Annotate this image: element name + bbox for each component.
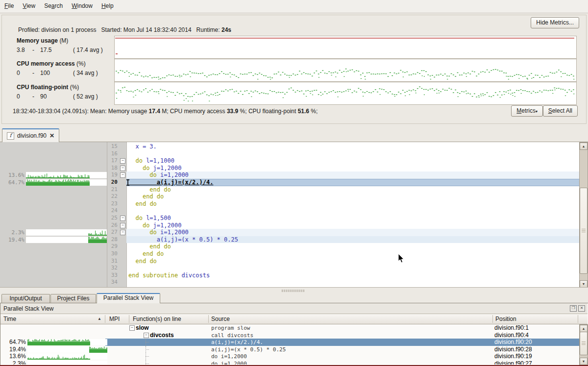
position-cell[interactable]: division.f90:1 bbox=[494, 324, 529, 331]
scroll-up-icon[interactable]: ▲ bbox=[580, 143, 588, 150]
code-line[interactable]: do l=1,500 bbox=[128, 215, 171, 222]
time-sparkline bbox=[26, 237, 107, 243]
heat-bar bbox=[26, 179, 107, 186]
code-line[interactable]: do i=1,2000 bbox=[128, 171, 189, 179]
fold-collapse-icon[interactable]: − bbox=[120, 216, 125, 221]
heat-row-line-28[interactable]: 19.4% bbox=[0, 236, 107, 244]
stack-row[interactable]: 64.7%a(i,j)=(x/2.)/4.division.f90:20 bbox=[0, 339, 579, 346]
stack-row[interactable]: −divcostscall divcostsdivision.f90:4 bbox=[0, 332, 579, 339]
code-line[interactable]: end do bbox=[128, 243, 171, 250]
heat-row-line-20[interactable]: 64.7% bbox=[0, 179, 107, 186]
memory-usage-graph[interactable] bbox=[114, 36, 577, 59]
stack-row[interactable]: 19.4%a(i,j)=(x * 0.5) * 0.25division.f90… bbox=[0, 346, 579, 353]
tab-close-icon[interactable]: ✕ bbox=[49, 132, 54, 139]
scroll-down-icon[interactable]: ▼ bbox=[580, 280, 588, 287]
splitter-grip[interactable] bbox=[282, 290, 305, 292]
stack-row[interactable]: 13.6%do i=1,2000division.f90:19 bbox=[0, 353, 579, 360]
position-cell[interactable]: division.f90:27 bbox=[494, 360, 532, 365]
time-bar bbox=[27, 346, 107, 353]
line-number: 31 bbox=[106, 258, 118, 265]
expander-icon[interactable]: − bbox=[129, 325, 135, 331]
tab-project-files[interactable]: Project Files bbox=[50, 294, 96, 303]
code-line[interactable]: a(i,j)=(x * 0.5) * 0.25 bbox=[128, 236, 238, 244]
line-number: 19 bbox=[106, 171, 118, 179]
fold-collapse-icon[interactable]: − bbox=[120, 158, 125, 164]
bottom-tab-bar: Input/Output Project Files Parallel Stac… bbox=[0, 293, 588, 303]
code-line[interactable]: do i=1,2000 bbox=[128, 229, 189, 236]
fold-collapse-icon[interactable]: − bbox=[120, 172, 125, 178]
code-line[interactable]: do j=1,2000 bbox=[128, 222, 181, 229]
metrics-dropdown-button[interactable]: Metrics▾ bbox=[511, 105, 543, 117]
function-name[interactable]: slow bbox=[136, 324, 149, 331]
source-cell[interactable]: do i=1,2000 bbox=[211, 353, 247, 360]
heat-row-line-27[interactable]: 2.3% bbox=[0, 229, 107, 236]
position-cell[interactable]: division.f90:19 bbox=[494, 353, 532, 360]
tree-branch bbox=[146, 342, 149, 342]
source-cell[interactable]: call divcosts bbox=[211, 332, 253, 339]
menu-window[interactable]: Window bbox=[67, 0, 97, 11]
menu-view[interactable]: View bbox=[18, 0, 40, 11]
column-functions[interactable]: Function(s) on line bbox=[133, 316, 181, 322]
heat-row-line-19[interactable]: 13.6% bbox=[0, 171, 107, 179]
source-cell[interactable]: a(i,j)=(x * 0.5) * 0.25 bbox=[211, 346, 286, 353]
time-sparkline bbox=[27, 339, 107, 345]
stack-row[interactable]: 2.3%do i=1,2000division.f90:27 bbox=[0, 360, 579, 365]
code-line[interactable]: do l=1,1000 bbox=[128, 157, 174, 165]
hide-metrics-button[interactable]: Hide Metrics... bbox=[531, 17, 579, 28]
tab-parallel-stack-view[interactable]: Parallel Stack View bbox=[97, 293, 160, 303]
heat-percent: 19.4% bbox=[0, 237, 24, 243]
source-cell[interactable]: program slow bbox=[211, 325, 250, 331]
cpu-memory-access-graph[interactable] bbox=[114, 59, 577, 82]
tab-input-output[interactable]: Input/Output bbox=[1, 294, 50, 303]
time-percent: 19.4% bbox=[0, 346, 26, 353]
column-source[interactable]: Source bbox=[211, 316, 230, 322]
source-cell[interactable]: do i=1,2000 bbox=[211, 361, 247, 365]
editor-tab-bar: f division.f90 ✕ bbox=[0, 128, 588, 142]
fold-collapse-icon[interactable]: − bbox=[120, 166, 125, 171]
stack-row[interactable]: −slowprogram slowdivision.f90:1 bbox=[0, 324, 579, 332]
position-cell[interactable]: division.f90:4 bbox=[494, 332, 529, 339]
fold-collapse-icon[interactable]: − bbox=[120, 223, 125, 228]
line-highlight-19 bbox=[126, 171, 579, 179]
menu-file[interactable]: File bbox=[0, 0, 18, 11]
close-panel-icon[interactable]: ✕ bbox=[578, 305, 585, 312]
code-line[interactable]: end do bbox=[128, 258, 157, 265]
position-cell[interactable]: division.f90:28 bbox=[494, 346, 532, 353]
cpu-floating-point-graph[interactable] bbox=[114, 82, 577, 105]
line-number: 23 bbox=[106, 200, 118, 208]
position-cell[interactable]: division.f90:20 bbox=[494, 339, 532, 345]
source-cell[interactable]: a(i,j)=(x/2.)/4. bbox=[211, 339, 263, 345]
tab-division-f90[interactable]: f division.f90 ✕ bbox=[2, 128, 59, 142]
code-line[interactable]: x = 3. bbox=[128, 143, 157, 150]
started-label: Started: Mon Jul 14 18:32:40 2014 bbox=[101, 26, 191, 33]
column-mpi[interactable]: MPI bbox=[109, 316, 120, 322]
editor-vscrollbar[interactable]: ▲ ▼ bbox=[579, 142, 588, 287]
editor-vscrollbar-thumb[interactable] bbox=[580, 188, 588, 274]
code-line[interactable]: end do bbox=[128, 186, 171, 194]
code-line[interactable]: end do bbox=[128, 193, 164, 200]
line-number: 18 bbox=[106, 165, 118, 172]
code-line[interactable]: end do bbox=[128, 250, 164, 258]
table-vscrollbar[interactable]: ▲ ▼ bbox=[579, 324, 588, 366]
code-line[interactable]: do j=1,2000 bbox=[128, 165, 181, 172]
function-name[interactable]: divcosts bbox=[150, 332, 174, 339]
float-panel-icon[interactable]: ❐ bbox=[570, 305, 577, 312]
fold-collapse-icon[interactable]: − bbox=[120, 230, 125, 235]
scroll-up-icon[interactable]: ▲ bbox=[580, 325, 588, 332]
code-editor: 13.6%64.7%2.3%19.4% 15 x = 3.1617− do l=… bbox=[0, 142, 588, 287]
stack-table-header: Time ▲ MPI Function(s) on line Source Po… bbox=[0, 314, 588, 324]
expander-icon[interactable]: − bbox=[144, 333, 149, 338]
line-number: 26 bbox=[106, 222, 118, 229]
menu-search[interactable]: Search bbox=[40, 0, 67, 11]
scroll-down-icon[interactable]: ▼ bbox=[580, 358, 588, 365]
select-all-button[interactable]: Select All bbox=[543, 105, 578, 117]
table-vscrollbar-thumb[interactable] bbox=[580, 332, 588, 355]
column-time[interactable]: Time bbox=[3, 316, 16, 322]
code-line[interactable]: end do bbox=[128, 200, 157, 208]
column-position[interactable]: Position bbox=[495, 316, 516, 322]
line-number: 17 bbox=[106, 157, 118, 165]
menu-help[interactable]: Help bbox=[97, 0, 118, 11]
code-line[interactable]: a(i,j)=(x/2.)/4. bbox=[128, 179, 213, 186]
parallel-stack-view-panel: Parallel Stack View ❐ ✕ Time ▲ MPI Funct… bbox=[0, 303, 588, 366]
code-line[interactable]: end subroutine divcosts bbox=[128, 272, 210, 279]
